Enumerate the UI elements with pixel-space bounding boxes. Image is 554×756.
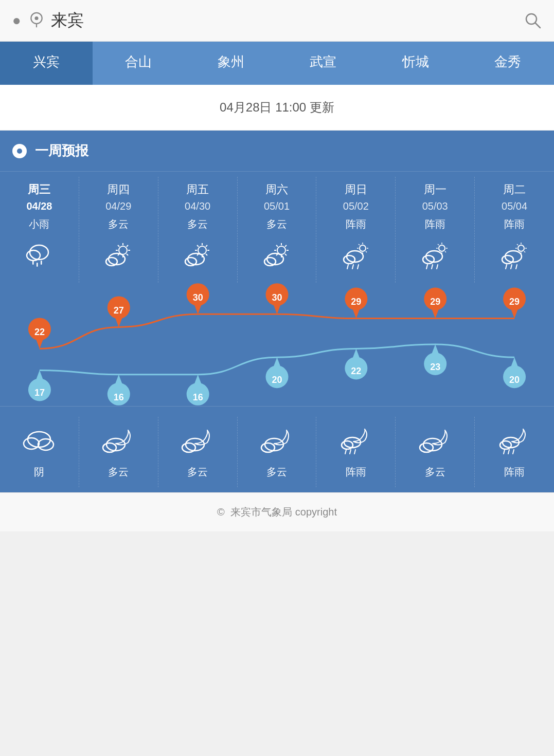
weekly-section: 一周预报 周三 04/28 小雨 周四 04/29 多云: [0, 131, 554, 492]
high-temp-pin-0: 22: [28, 318, 51, 348]
high-temp-pin-3: 30: [266, 283, 289, 314]
svg-line-54: [358, 265, 359, 269]
svg-line-49: [366, 251, 367, 252]
svg-line-134: [354, 450, 355, 454]
tab-忻城[interactable]: 忻城: [369, 42, 462, 82]
svg-text:22: 22: [351, 366, 361, 376]
svg-line-133: [350, 450, 351, 454]
svg-line-64: [426, 265, 427, 269]
day-col-4: 周日 05/02 阵雨: [316, 177, 396, 283]
day-weather-5: 阵雨: [425, 217, 445, 231]
night-icon-4: [338, 425, 374, 458]
svg-rect-9: [41, 261, 42, 265]
day-col-6: 周二 05/04 阵雨: [475, 177, 554, 283]
night-col-3: 多云: [238, 417, 317, 487]
night-icon-6: [496, 425, 532, 458]
svg-marker-86: [193, 302, 203, 314]
svg-line-72: [517, 244, 518, 245]
svg-marker-110: [273, 357, 282, 370]
svg-text:17: 17: [34, 388, 45, 398]
tab-兴宾[interactable]: 兴宾: [0, 42, 93, 82]
svg-line-77: [511, 265, 512, 269]
svg-marker-83: [114, 315, 123, 327]
night-icon-1: [100, 425, 136, 458]
tab-合山[interactable]: 合山: [93, 42, 185, 82]
svg-point-136: [420, 443, 433, 452]
svg-text:16: 16: [193, 392, 203, 402]
tab-金秀[interactable]: 金秀: [462, 42, 555, 82]
svg-marker-89: [273, 302, 282, 314]
svg-point-31: [185, 257, 196, 266]
weekly-header-title: 一周预报: [35, 142, 88, 160]
night-icon-2: [180, 425, 216, 458]
high-temp-pin-2: 30: [187, 283, 209, 314]
svg-line-140: [508, 450, 509, 454]
low-temp-pin-0: 17: [28, 370, 51, 401]
night-icon-5: [417, 425, 453, 458]
low-temp-pin-1: 16: [108, 375, 130, 405]
tab-象州[interactable]: 象州: [185, 42, 277, 82]
night-section: 阴 多云 多云 多云: [0, 406, 554, 492]
day-name-2: 周五: [186, 182, 209, 197]
night-weather-6: 阵雨: [504, 465, 525, 479]
low-temp-pin-3: 20: [266, 357, 289, 388]
svg-text:20: 20: [272, 375, 282, 385]
day-weather-2: 多云: [187, 217, 208, 231]
svg-point-1: [34, 16, 38, 20]
svg-point-43: [360, 245, 366, 251]
day-col-2: 周五 04/30 多云: [158, 177, 238, 283]
svg-line-61: [445, 251, 446, 252]
svg-point-67: [518, 245, 524, 251]
svg-line-27: [206, 254, 207, 255]
night-weather-3: 多云: [266, 465, 287, 479]
svg-marker-107: [193, 375, 203, 387]
svg-line-4: [535, 23, 540, 28]
svg-text:30: 30: [193, 292, 203, 303]
night-icon-0: [21, 425, 57, 458]
svg-text:29: 29: [430, 297, 440, 307]
day-date-0: 04/28: [26, 200, 52, 212]
day-weather-0: 小雨: [29, 217, 49, 231]
day-weather-icon-0: [23, 237, 55, 273]
svg-marker-80: [35, 336, 44, 348]
svg-rect-8: [37, 263, 38, 267]
night-weather-1: 多云: [108, 465, 129, 479]
svg-line-39: [285, 245, 287, 247]
svg-point-3: [526, 14, 537, 24]
high-temp-pin-1: 27: [108, 296, 130, 327]
svg-rect-7: [32, 261, 34, 265]
svg-line-73: [524, 251, 525, 252]
night-col-1: 多云: [79, 417, 158, 487]
night-weather-5: 多云: [425, 465, 445, 479]
low-temp-pin-6: 20: [503, 357, 526, 388]
temp-chart-area: 22 27 30 30 29 29: [0, 283, 554, 406]
svg-point-125: [103, 443, 116, 452]
night-col-5: 多云: [396, 417, 475, 487]
svg-marker-119: [510, 357, 519, 370]
svg-line-15: [118, 245, 119, 247]
svg-text:16: 16: [114, 392, 124, 402]
svg-point-127: [182, 443, 195, 452]
svg-point-20: [106, 257, 117, 266]
high-temp-pin-6: 29: [503, 288, 526, 319]
tab-武宣[interactable]: 武宣: [277, 42, 370, 82]
svg-point-51: [344, 255, 355, 264]
svg-point-123: [38, 439, 53, 450]
high-temp-pin-5: 29: [424, 288, 446, 319]
copyright-icon: ©: [217, 506, 225, 518]
svg-point-131: [342, 441, 353, 449]
svg-marker-92: [351, 306, 361, 319]
svg-line-78: [516, 265, 517, 269]
footer: © 来宾市气象局 copyright: [0, 492, 554, 531]
header-city: 来宾: [51, 9, 524, 32]
search-icon[interactable]: [524, 12, 542, 29]
night-weather-2: 多云: [187, 465, 208, 479]
footer-text: 来宾市气象局 copyright: [230, 506, 337, 518]
temperature-chart: 22 27 30 30 29 29: [0, 283, 554, 406]
svg-line-48: [359, 244, 360, 245]
svg-marker-104: [114, 375, 123, 387]
day-name-0: 周三: [28, 182, 50, 197]
day-date-6: 05/04: [502, 200, 527, 212]
day-date-4: 05/02: [343, 200, 369, 212]
day-date-3: 05/01: [264, 200, 290, 212]
